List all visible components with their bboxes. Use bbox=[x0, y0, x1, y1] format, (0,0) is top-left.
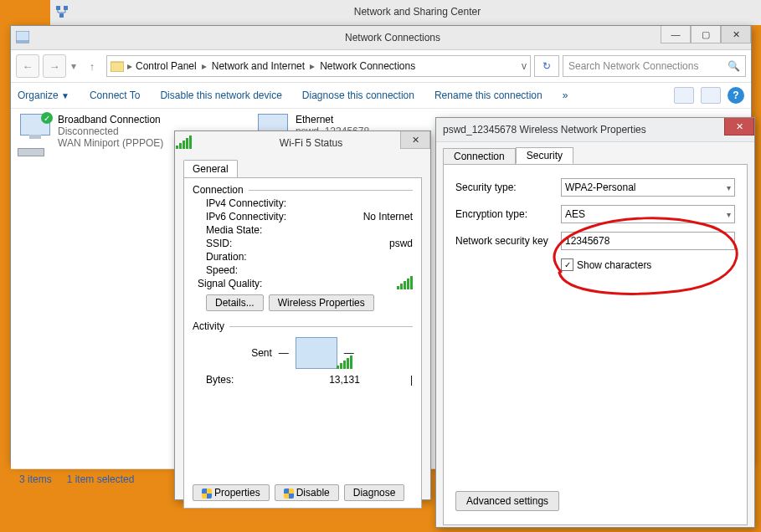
ssid-value: pswd bbox=[389, 238, 413, 249]
shield-icon bbox=[284, 489, 294, 499]
svg-rect-5 bbox=[111, 62, 124, 72]
svg-rect-0 bbox=[56, 6, 60, 10]
svg-rect-3 bbox=[16, 31, 29, 41]
search-icon: 🔍 bbox=[728, 60, 740, 72]
signal-quality-label: Signal Quality: bbox=[198, 278, 262, 289]
organize-menu[interactable]: Organize ▼ bbox=[18, 90, 69, 101]
nsc-title: Network and Sharing Center bbox=[74, 6, 761, 18]
tab-security[interactable]: Security bbox=[516, 147, 573, 164]
back-button[interactable]: ← bbox=[16, 54, 39, 78]
breadcrumb-item[interactable]: Control Panel bbox=[136, 60, 197, 72]
connection-name: Ethernet bbox=[296, 114, 369, 125]
close-button[interactable]: ✕ bbox=[721, 26, 751, 43]
media-state-label: Media State: bbox=[206, 224, 298, 236]
app-icon bbox=[16, 31, 29, 44]
search-placeholder: Search Network Connections bbox=[568, 60, 698, 72]
up-button[interactable]: ↑ bbox=[81, 55, 103, 77]
svg-rect-4 bbox=[16, 41, 29, 43]
advanced-settings-button[interactable]: Advanced settings bbox=[455, 491, 559, 511]
search-input[interactable]: Search Network Connections 🔍 bbox=[563, 55, 746, 77]
address-bar[interactable]: ▸ Control Panel▸ Network and Internet▸ N… bbox=[106, 55, 531, 77]
shield-icon bbox=[202, 489, 212, 499]
ipv6-label: IPv6 Connectivity: bbox=[206, 211, 298, 223]
connection-detail: WAN Miniport (PPPOE) bbox=[58, 137, 163, 149]
signal-icon bbox=[175, 137, 192, 149]
network-key-label: Network security key bbox=[455, 235, 561, 247]
network-key-input[interactable] bbox=[561, 232, 735, 250]
tab-general[interactable]: General bbox=[183, 160, 238, 177]
status-selected: 1 item selected bbox=[67, 473, 135, 485]
connection-icon: ✓ bbox=[18, 114, 53, 156]
show-characters-label: Show characters bbox=[577, 259, 651, 271]
security-type-label: Security type: bbox=[455, 182, 561, 193]
disable-device-button[interactable]: Disable this network device bbox=[160, 90, 281, 101]
close-button[interactable]: ✕ bbox=[724, 118, 754, 136]
duration-label: Duration: bbox=[206, 251, 298, 263]
dialog-title: Wi-Fi 5 Status bbox=[192, 137, 430, 149]
connection-status: Disconnected bbox=[58, 125, 163, 137]
close-button[interactable]: ✕ bbox=[400, 131, 430, 149]
diagnose-button[interactable]: Diagnose this connection bbox=[302, 90, 414, 101]
properties-button[interactable]: Properties bbox=[193, 484, 270, 501]
ssid-label: SSID: bbox=[206, 238, 298, 249]
bytes-sent-value: 13,131 bbox=[329, 374, 360, 386]
tab-connection[interactable]: Connection bbox=[443, 148, 516, 165]
breadcrumb-item[interactable]: Network and Internet bbox=[212, 60, 305, 72]
speed-label: Speed: bbox=[206, 264, 298, 276]
wireless-properties-button[interactable]: Wireless Properties bbox=[269, 294, 374, 311]
checkbox-icon: ✓ bbox=[561, 258, 573, 271]
security-type-select[interactable]: WPA2-Personal▾ bbox=[561, 178, 735, 197]
encryption-type-select[interactable]: AES▾ bbox=[561, 205, 735, 223]
disable-button[interactable]: Disable bbox=[275, 484, 339, 501]
forward-button[interactable]: → bbox=[43, 54, 66, 78]
details-button[interactable]: Details... bbox=[206, 294, 264, 311]
nsc-icon bbox=[55, 5, 69, 18]
breadcrumb-item[interactable]: Network Connections bbox=[320, 60, 415, 72]
wireless-properties-dialog: pswd_12345678 Wireless Network Propertie… bbox=[435, 117, 755, 528]
status-item-count: 3 items bbox=[19, 473, 52, 485]
group-connection-label: Connection bbox=[193, 184, 249, 196]
group-activity-label: Activity bbox=[193, 320, 229, 332]
window-title: Network Connections bbox=[34, 32, 751, 43]
dialog-title: pswd_12345678 Wireless Network Propertie… bbox=[436, 124, 754, 136]
bytes-label: Bytes: bbox=[206, 374, 298, 386]
refresh-button[interactable]: ↻ bbox=[534, 55, 559, 77]
wifi-status-dialog: Wi-Fi 5 Status ✕ General Connection IPv4… bbox=[174, 130, 431, 500]
signal-icon bbox=[397, 278, 413, 289]
ipv6-value: No Internet bbox=[363, 211, 413, 223]
connect-to-button[interactable]: Connect To bbox=[90, 90, 141, 101]
folder-icon bbox=[111, 60, 124, 72]
more-commands[interactable]: » bbox=[563, 90, 568, 101]
history-dropdown[interactable]: ▾ bbox=[69, 60, 78, 72]
view-options-button[interactable] bbox=[674, 87, 694, 104]
help-button[interactable]: ? bbox=[728, 87, 744, 104]
encryption-type-label: Encryption type: bbox=[455, 208, 561, 220]
chevron-down-icon: ▾ bbox=[727, 210, 731, 219]
sent-label: Sent bbox=[251, 347, 272, 359]
connection-name: Broadband Connection bbox=[58, 114, 163, 125]
chevron-down-icon: ▾ bbox=[727, 183, 731, 192]
preview-pane-button[interactable] bbox=[701, 87, 721, 104]
minimize-button[interactable]: — bbox=[661, 26, 691, 43]
diagnose-button[interactable]: Diagnose bbox=[344, 484, 405, 501]
show-characters-checkbox[interactable]: ✓ Show characters bbox=[561, 258, 735, 271]
maximize-button[interactable]: ▢ bbox=[691, 26, 721, 43]
svg-rect-2 bbox=[59, 13, 64, 18]
rename-button[interactable]: Rename this connection bbox=[434, 90, 542, 101]
svg-rect-1 bbox=[64, 6, 68, 10]
ipv4-label: IPv4 Connectivity: bbox=[206, 197, 298, 209]
activity-icon bbox=[296, 337, 337, 369]
